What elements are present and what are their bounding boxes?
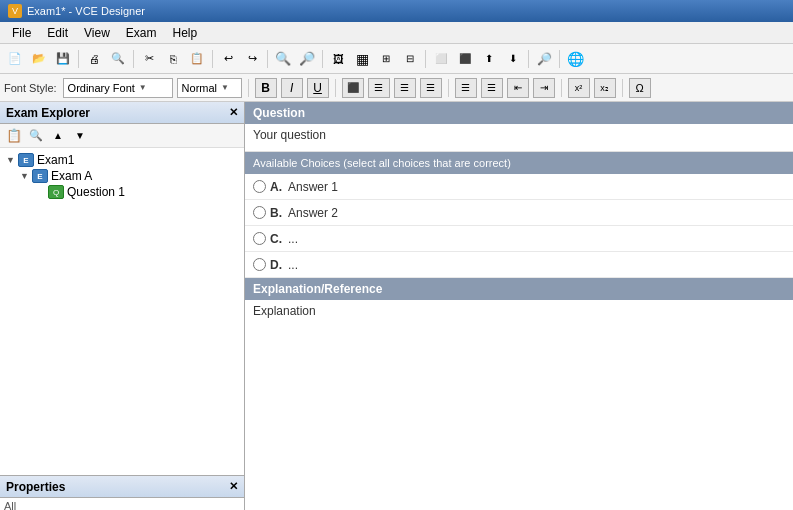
font-sep2: [335, 79, 336, 97]
explorer-search-button[interactable]: 🔍: [26, 127, 46, 145]
explorer-up-button[interactable]: ▲: [48, 127, 68, 145]
list-number-button[interactable]: ☰: [481, 78, 503, 98]
menu-edit[interactable]: Edit: [39, 24, 76, 42]
import-button[interactable]: ⬛: [454, 48, 476, 70]
choices-section-header: Available Choices (select all choices th…: [245, 152, 793, 174]
choice-radio-d[interactable]: [253, 258, 266, 271]
toggle-exama[interactable]: ▼: [20, 171, 32, 181]
special-button[interactable]: Ω: [629, 78, 651, 98]
new-button[interactable]: 📄: [4, 48, 26, 70]
choice-radio-c[interactable]: [253, 232, 266, 245]
choice-text-d[interactable]: ...: [288, 258, 785, 272]
sep1: [78, 50, 79, 68]
explanation-section-header: Explanation/Reference: [245, 278, 793, 300]
print-button[interactable]: 🖨: [83, 48, 105, 70]
indent-dec-button[interactable]: ⇤: [507, 78, 529, 98]
choice-row-c: C. ...: [245, 226, 793, 252]
menu-bar: File Edit View Exam Help: [0, 22, 793, 44]
menu-exam[interactable]: Exam: [118, 24, 165, 42]
tree-item-q1[interactable]: Q Question 1: [4, 184, 240, 200]
subscript-button[interactable]: x₂: [594, 78, 616, 98]
question-section-header: Question: [245, 102, 793, 124]
exam-explorer-header: Exam Explorer ✕: [0, 102, 244, 124]
justify-button[interactable]: ☰: [420, 78, 442, 98]
align-right-button[interactable]: ☰: [394, 78, 416, 98]
choice-radio-a[interactable]: [253, 180, 266, 193]
cut-button[interactable]: ✂: [138, 48, 160, 70]
menu-file[interactable]: File: [4, 24, 39, 42]
globe-button[interactable]: 🌐: [564, 48, 586, 70]
menu-view[interactable]: View: [76, 24, 118, 42]
preview-button[interactable]: 🔍: [107, 48, 129, 70]
properties-header: Properties ✕: [0, 476, 244, 498]
open-button[interactable]: 📂: [28, 48, 50, 70]
copy-button[interactable]: ⎘: [162, 48, 184, 70]
image-button[interactable]: 🖼: [327, 48, 349, 70]
menu-help[interactable]: Help: [165, 24, 206, 42]
exam-explorer-close[interactable]: ✕: [229, 106, 238, 119]
tree-item-exam1[interactable]: ▼ E Exam1: [4, 152, 240, 168]
toggle-exam1[interactable]: ▼: [6, 155, 18, 165]
table-button[interactable]: ▦: [351, 48, 373, 70]
explorer-add-button[interactable]: 📋: [4, 127, 24, 145]
right-panel: Question Your question Available Choices…: [245, 102, 793, 510]
explorer-down-button[interactable]: ▼: [70, 127, 90, 145]
superscript-button[interactable]: x²: [568, 78, 590, 98]
main-layout: Exam Explorer ✕ 📋 🔍 ▲ ▼ ▼ E Exam1 ▼ E Ex…: [0, 102, 793, 510]
indent-inc-button[interactable]: ⇥: [533, 78, 555, 98]
list-bullet-button[interactable]: ☰: [455, 78, 477, 98]
sep5: [322, 50, 323, 68]
italic-button[interactable]: I: [281, 78, 303, 98]
choice-text-a[interactable]: Answer 1: [288, 180, 785, 194]
save-button[interactable]: 💾: [52, 48, 74, 70]
zoom-out-button[interactable]: 🔎: [296, 48, 318, 70]
title-bar: V Exam1* - VCE Designer: [0, 0, 793, 22]
left-panel: Exam Explorer ✕ 📋 🔍 ▲ ▼ ▼ E Exam1 ▼ E Ex…: [0, 102, 245, 510]
choices-section-label: Available Choices (select all choices th…: [253, 157, 511, 169]
font-name-arrow: ▼: [139, 83, 147, 92]
properties-all-label: All: [4, 500, 16, 510]
table2-button[interactable]: ⊞: [375, 48, 397, 70]
font-style-label: Font Style:: [4, 82, 57, 94]
move-down-button[interactable]: ⬇: [502, 48, 524, 70]
zoom-in-button[interactable]: 🔍: [272, 48, 294, 70]
explorer-toolbar: 📋 🔍 ▲ ▼: [0, 124, 244, 148]
explanation-value: Explanation: [253, 304, 316, 318]
question-text[interactable]: Your question: [245, 124, 793, 152]
choice-letter-b: B.: [270, 206, 282, 220]
table3-button[interactable]: ⊟: [399, 48, 421, 70]
move-up-button[interactable]: ⬆: [478, 48, 500, 70]
properties-close[interactable]: ✕: [229, 480, 238, 493]
choice-letter-d: D.: [270, 258, 282, 272]
sep6: [425, 50, 426, 68]
explanation-text[interactable]: Explanation: [245, 300, 793, 322]
paste-button[interactable]: 📋: [186, 48, 208, 70]
choice-radio-b[interactable]: [253, 206, 266, 219]
exama-icon: E: [32, 169, 48, 183]
choice-row-b: B. Answer 2: [245, 200, 793, 226]
tree-item-exama[interactable]: ▼ E Exam A: [4, 168, 240, 184]
exama-label: Exam A: [51, 169, 92, 183]
bold-button[interactable]: B: [255, 78, 277, 98]
choice-text-b[interactable]: Answer 2: [288, 206, 785, 220]
properties-panel: Properties ✕ All: [0, 475, 244, 510]
choice-text-c[interactable]: ...: [288, 232, 785, 246]
sep8: [559, 50, 560, 68]
underline-button[interactable]: U: [307, 78, 329, 98]
redo-button[interactable]: ↪: [241, 48, 263, 70]
font-sep4: [561, 79, 562, 97]
export-button[interactable]: ⬜: [430, 48, 452, 70]
font-size-dropdown[interactable]: Normal ▼: [177, 78, 242, 98]
question-section-label: Question: [253, 106, 305, 120]
font-name-dropdown[interactable]: Ordinary Font ▼: [63, 78, 173, 98]
font-name-value: Ordinary Font: [68, 82, 135, 94]
main-toolbar: 📄 📂 💾 🖨 🔍 ✂ ⎘ 📋 ↩ ↪ 🔍 🔎 🖼 ▦ ⊞ ⊟ ⬜ ⬛ ⬆ ⬇ …: [0, 44, 793, 74]
choice-letter-a: A.: [270, 180, 282, 194]
sep4: [267, 50, 268, 68]
font-sep5: [622, 79, 623, 97]
align-left-button[interactable]: ⬛: [342, 78, 364, 98]
align-center-button[interactable]: ☰: [368, 78, 390, 98]
search-button[interactable]: 🔎: [533, 48, 555, 70]
tree-area: ▼ E Exam1 ▼ E Exam A Q Question 1: [0, 148, 244, 475]
undo-button[interactable]: ↩: [217, 48, 239, 70]
